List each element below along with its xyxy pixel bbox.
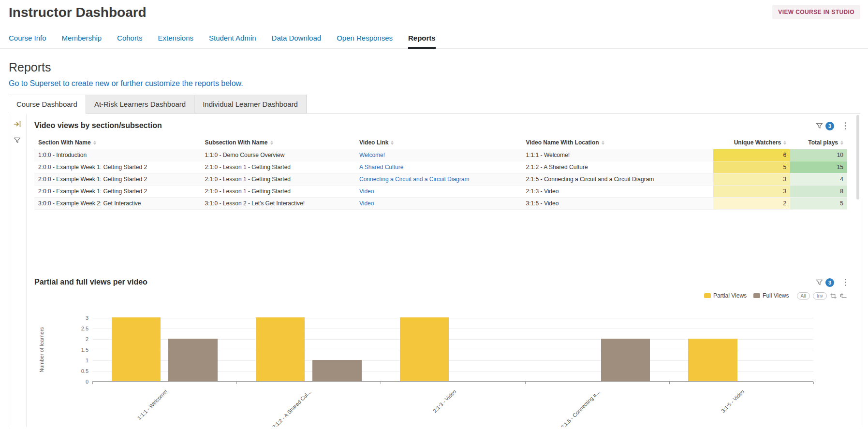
y-tick-label: 3 [70, 315, 88, 321]
applied-filters-button[interactable]: 3 [816, 122, 834, 130]
video-views-card-tools: 3 [816, 121, 847, 130]
column-header-video-link[interactable]: Video Link [355, 136, 522, 149]
instructor-dashboard-page: Instructor Dashboard VIEW COURSE IN STUD… [0, 0, 868, 429]
bar-partial-views-2-1-2-a-shared-cul [256, 317, 305, 381]
applied-filters-button[interactable]: 3 [816, 278, 834, 287]
x-axis-label: 2:1:3 - Video [398, 388, 457, 427]
funnel-icon [816, 279, 823, 286]
cell-subsection: 3:1:0 - Lesson 2 - Let's Get Interactive… [201, 198, 355, 210]
expand-filter-bar-button[interactable] [14, 120, 21, 128]
legend-all-button[interactable]: All [797, 292, 810, 300]
cell-section: 1:0:0 - Introduction [34, 149, 201, 161]
video-views-table: Section With NameSubsection With NameVid… [34, 136, 847, 210]
nav-item-membership[interactable]: Membership [62, 30, 102, 48]
nav-item-reports[interactable]: Reports [408, 30, 436, 48]
cell-unique-watchers: 5 [713, 161, 791, 173]
dashboard-tab-individual-learner-dashboard[interactable]: Individual Learner Dashboard [194, 95, 307, 114]
video-link[interactable]: Welcome! [359, 152, 385, 158]
video-link[interactable]: Video [359, 200, 374, 207]
reports-section: Reports Go to Superset to create new or … [0, 60, 868, 88]
video-link[interactable]: A Shared Culture [359, 164, 403, 171]
legend-swatch [704, 293, 711, 298]
bar-chart-plot: 00.511.522.531:1:1 - Welcome!2:1:2 - A S… [92, 318, 813, 382]
cell-video-name: 3:1:5 - Video [522, 198, 713, 210]
y-tick-label: 1.5 [70, 347, 88, 353]
cell-total-plays: 15 [790, 161, 847, 173]
cell-video-name: 2:1:3 - Video [522, 186, 713, 198]
column-header-total-plays[interactable]: Total plays [790, 136, 847, 149]
page-title: Instructor Dashboard [9, 5, 859, 20]
cell-video-link: Connecting a Circuit and a Circuit Diagr… [355, 173, 522, 186]
dashboard-scrollbar[interactable] [856, 115, 859, 426]
page-header: Instructor Dashboard VIEW COURSE IN STUD… [0, 0, 868, 20]
filter-count-badge: 3 [825, 278, 834, 287]
dashboard-tab-at-risk-learners-dashboard[interactable]: At-Risk Learners Dashboard [86, 95, 194, 114]
chart-legend: Partial ViewsFull Views All Inv [34, 291, 847, 300]
column-header-unique-watchers[interactable]: Unique Watchers [713, 136, 791, 149]
kebab-icon [844, 278, 847, 287]
video-link[interactable]: Connecting a Circuit and a Circuit Diagr… [359, 176, 469, 183]
cell-unique-watchers: 6 [713, 149, 791, 161]
superset-dashboard: Video views by section/subsection 3 [8, 113, 860, 427]
zoom-reset-button[interactable] [840, 292, 847, 300]
superset-link[interactable]: Go to Superset to create new or further … [9, 79, 243, 88]
cell-subsection: 2:1:0 - Lesson 1 - Getting Started [201, 161, 355, 173]
cell-total-plays: 10 [790, 149, 847, 161]
bar-full-views-1-1-1-welcome [168, 339, 217, 381]
bar-chart: Number of learners 00.511.522.531:1:1 - … [92, 318, 813, 382]
cell-section: 2:0:0 - Example Week 1: Getting Started … [34, 186, 201, 198]
legend-item-full-views[interactable]: Full Views [753, 292, 789, 299]
cell-unique-watchers: 2 [713, 198, 791, 210]
sort-icon [840, 141, 843, 145]
table-row: 2:0:0 - Example Week 1: Getting Started … [34, 173, 847, 186]
card-menu-button[interactable] [837, 121, 847, 130]
nav-item-open-responses[interactable]: Open Responses [337, 30, 393, 48]
cell-total-plays: 5 [790, 198, 847, 210]
video-views-card-title: Video views by section/subsection [34, 121, 162, 130]
legend-inverse-button[interactable]: Inv [813, 292, 827, 300]
bar-partial-views-3-1-5-video [688, 339, 737, 381]
cell-subsection: 2:1:0 - Lesson 1 - Getting Started [201, 186, 355, 198]
y-tick-label: 0.5 [70, 368, 88, 374]
x-axis-tick [381, 382, 381, 384]
x-axis-label: 2:1:5 - Connecting a… [543, 388, 602, 427]
x-axis-label: 1:1:1 - Welcome! [110, 388, 169, 427]
nav-item-extensions[interactable]: Extensions [158, 30, 193, 48]
cell-video-link: A Shared Culture [355, 161, 522, 173]
bar-partial-views-1-1-1-welcome [112, 317, 161, 381]
x-axis-tick [92, 382, 93, 384]
zoom-select-button[interactable] [830, 292, 837, 300]
funnel-icon [14, 137, 21, 144]
zoom-select-icon [830, 292, 837, 300]
nav-item-cohorts[interactable]: Cohorts [117, 30, 143, 48]
kebab-icon [844, 121, 847, 130]
table-header-row: Section With NameSubsection With NameVid… [34, 136, 847, 149]
scrollbar-thumb[interactable] [856, 115, 859, 200]
views-per-video-card: Partial and full views per video 3 Parti… [34, 278, 847, 382]
rail-filter-button[interactable] [14, 137, 21, 144]
card-menu-button[interactable] [837, 278, 847, 287]
views-per-video-card-header: Partial and full views per video 3 [34, 278, 847, 287]
cell-video-link: Video [355, 198, 522, 210]
bar-group-2-1-2-a-shared-cul [236, 317, 381, 381]
sort-icon [93, 141, 96, 145]
view-course-in-studio-button[interactable]: VIEW COURSE IN STUDIO [772, 5, 860, 19]
video-views-card-header: Video views by section/subsection 3 [34, 121, 847, 130]
video-link[interactable]: Video [359, 188, 374, 195]
column-header-subsection-with-name[interactable]: Subsection With Name [201, 136, 355, 149]
video-views-card: Video views by section/subsection 3 [34, 121, 847, 275]
bar-group-2-1-3-video [381, 317, 525, 381]
column-header-section-with-name[interactable]: Section With Name [34, 136, 201, 149]
nav-item-data-download[interactable]: Data Download [272, 30, 322, 48]
course-nav: Course InfoMembershipCohortsExtensionsSt… [0, 30, 868, 49]
table-row: 1:0:0 - Introduction1:1:0 - Demo Course … [34, 149, 847, 161]
legend-item-partial-views[interactable]: Partial Views [704, 292, 747, 299]
nav-item-course-info[interactable]: Course Info [9, 30, 46, 48]
cell-total-plays: 8 [790, 186, 847, 198]
sort-icon [602, 141, 604, 145]
nav-item-student-admin[interactable]: Student Admin [209, 30, 256, 48]
funnel-icon [816, 122, 823, 129]
column-header-video-name-with-location[interactable]: Video Name With Location [522, 136, 713, 149]
bar-group-2-1-5-connecting-a [525, 317, 669, 381]
dashboard-tab-course-dashboard[interactable]: Course Dashboard [8, 95, 86, 114]
